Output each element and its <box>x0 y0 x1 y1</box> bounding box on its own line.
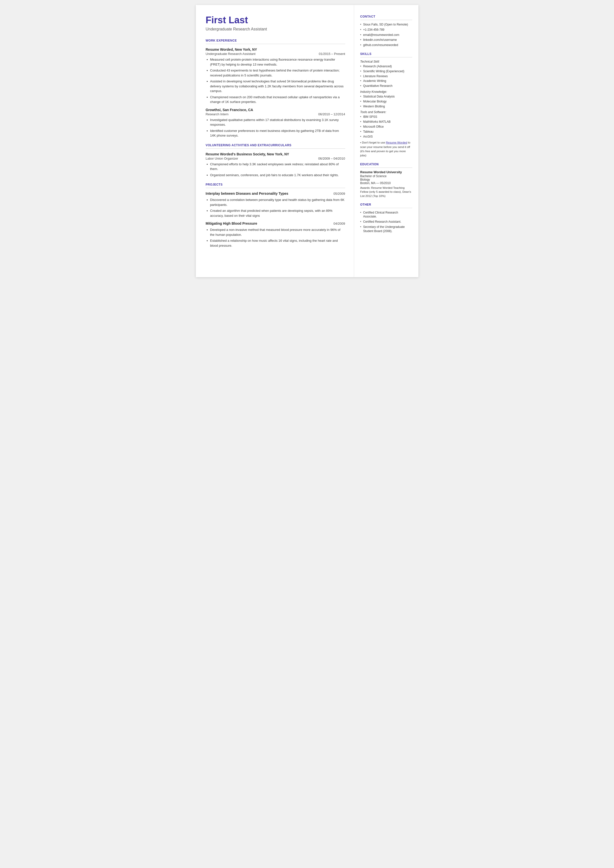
industry-skills-list: Statistical Data Analysis Molecular Biol… <box>360 95 412 109</box>
contact-header: CONTACT <box>360 15 412 18</box>
job-bullets-2: Investigated qualitative patterns within… <box>206 118 345 138</box>
project-block-2: Mitigating High Blood Pressure 04/2009 D… <box>206 222 345 248</box>
job-block-1: Resume Worded, New York, NY Undergraduat… <box>206 48 345 104</box>
rw-note: • Don't forget to use Resume Worded to s… <box>360 141 412 158</box>
volunteer-block-1: Resume Worded's Business Society, New Yo… <box>206 152 345 178</box>
project-block-1: Interplay between Diseases and Personali… <box>206 191 345 218</box>
project-title-1: Interplay between Diseases and Personali… <box>206 191 288 196</box>
job-title-2: Research Intern <box>206 112 229 116</box>
job-company-1: Resume Worded, New York, NY <box>206 48 345 51</box>
edu-university: Resume Worded University <box>360 170 412 174</box>
job-dates-2: 06/2010 – 12/2014 <box>318 112 345 116</box>
bullet-item: Conducted 43 experiments to test hypothe… <box>206 68 345 78</box>
edu-degree: Bachelor of Science <box>360 174 412 178</box>
skill-item: Microsoft Office <box>360 125 412 129</box>
job-row-1: Undergraduate Research Assistant 01/2015… <box>206 52 345 56</box>
bullet-item: Measured cell protein-protein interactio… <box>206 57 345 67</box>
project-row-2: Mitigating High Blood Pressure 04/2009 <box>206 222 345 226</box>
skill-item: Quantitative Research <box>360 84 412 88</box>
job-title-1: Undergraduate Research Assistant <box>206 52 256 56</box>
skill-item: MathWorks MATLAB <box>360 120 412 124</box>
skill-item: ArcGIS <box>360 135 412 139</box>
left-column: First Last Undergraduate Research Assist… <box>196 5 354 277</box>
job-company-2: Growthsi, San Francisco, CA <box>206 108 345 112</box>
skills-header: SKILLS <box>360 52 412 56</box>
contact-section: CONTACT Sioux Falls, SD (Open to Remote)… <box>360 15 412 47</box>
edu-location: Boston, MA — 05/2010 <box>360 182 412 185</box>
rw-link[interactable]: Resume Worded <box>386 141 407 144</box>
contact-item: +1-234-456-789 <box>360 28 412 32</box>
skills-section: SKILLS Technical Skill: Research (Advanc… <box>360 52 412 158</box>
bullet-item: Created an algorithm that predicted when… <box>206 208 345 218</box>
job-block-2: Growthsi, San Francisco, CA Research Int… <box>206 108 345 138</box>
industry-knowledge-label: Industry Knowledge: <box>360 90 412 93</box>
contact-item: github.com/resumeworded <box>360 43 412 47</box>
bullet-item: Established a relationship on how music … <box>206 238 345 248</box>
bullet-item: Developed a non-invasive method that mea… <box>206 227 345 237</box>
other-section: OTHER Certified Clinical Research Associ… <box>360 203 412 233</box>
job-bullets-1: Measured cell protein-protein interactio… <box>206 57 345 104</box>
resume-container: First Last Undergraduate Research Assist… <box>196 5 419 277</box>
skill-item: IBM SPSS <box>360 115 412 119</box>
edu-field: Biology <box>360 178 412 182</box>
project-bullets-1: Discovered a correlation between persona… <box>206 197 345 218</box>
project-title-2: Mitigating High Blood Pressure <box>206 222 257 225</box>
technical-skills-list: Research (Advanced) Scientific Writing (… <box>360 64 412 88</box>
bullet-item: Investigated qualitative patterns within… <box>206 118 345 127</box>
contact-item: email@resumeworded.com <box>360 33 412 37</box>
projects-header: PROJECTS <box>206 183 345 186</box>
skill-item: Research (Advanced) <box>360 64 412 68</box>
other-item: Secretary of the Undergraduate Student B… <box>360 225 412 233</box>
other-item: Certified Clinical Research Associate. <box>360 211 412 219</box>
contact-item: Sioux Falls, SD (Open to Remote) <box>360 23 412 27</box>
skill-item: Molecular Biology <box>360 99 412 104</box>
bullet-item: Championed research on 200 methods that … <box>206 95 345 104</box>
technical-skill-label: Technical Skill: <box>360 60 412 63</box>
skill-item: Academic Writing <box>360 79 412 83</box>
skill-item: Literature Reviews <box>360 74 412 78</box>
volunteer-bullets-1: Championed efforts to help 3.3K sacked e… <box>206 162 345 178</box>
education-header: EDUCATION <box>360 163 412 166</box>
education-divider <box>360 168 412 168</box>
skills-divider <box>360 57 412 57</box>
volunteer-dates-1: 06/2009 – 04/2010 <box>318 157 345 160</box>
candidate-name: First Last <box>206 15 345 25</box>
other-list: Certified Clinical Research Associate. C… <box>360 211 412 233</box>
education-section: EDUCATION Resume Worded University Bache… <box>360 163 412 198</box>
skill-item: Scientific Writing (Experienced) <box>360 69 412 73</box>
bullet-item: Championed efforts to help 3.3K sacked e… <box>206 162 345 171</box>
project-bullets-2: Developed a non-invasive method that mea… <box>206 227 345 248</box>
skill-item: Western Blotting <box>360 104 412 109</box>
bullet-item: Assisted in developing novel technologie… <box>206 79 345 93</box>
project-row-1: Interplay between Diseases and Personali… <box>206 191 345 196</box>
volunteering-header: VOLUNTEERING ACTIVITIES AND EXTRACURRICU… <box>206 143 345 147</box>
work-experience-header: WORK EXPERIENCE <box>206 39 345 42</box>
tools-label: Tools and Software: <box>360 110 412 114</box>
right-column: CONTACT Sioux Falls, SD (Open to Remote)… <box>354 5 419 277</box>
candidate-title: Undergraduate Research Assistant <box>206 27 345 31</box>
volunteer-company-1: Resume Worded's Business Society, New Yo… <box>206 152 345 156</box>
other-header: OTHER <box>360 203 412 207</box>
volunteer-title-1: Labor Union Organizer <box>206 157 239 160</box>
edu-awards: Awards: Resume Worded Teaching Fellow (o… <box>360 186 412 198</box>
project-date-2: 04/2009 <box>333 222 345 225</box>
skill-item: Tableau <box>360 130 412 134</box>
other-item: Certified Research Assistant. <box>360 220 412 224</box>
volunteer-row-1: Labor Union Organizer 06/2009 – 04/2010 <box>206 157 345 160</box>
tools-skills-list: IBM SPSS MathWorks MATLAB Microsoft Offi… <box>360 115 412 138</box>
contact-list: Sioux Falls, SD (Open to Remote) +1-234-… <box>360 23 412 47</box>
job-dates-1: 01/2015 – Present <box>319 52 345 56</box>
skill-item: Statistical Data Analysis <box>360 95 412 99</box>
bullet-item: Organized seminars, conferences, and job… <box>206 173 345 178</box>
contact-item: linkedin.com/in/username <box>360 38 412 42</box>
bullet-item: Discovered a correlation between persona… <box>206 197 345 207</box>
job-row-2: Research Intern 06/2010 – 12/2014 <box>206 112 345 116</box>
bullet-item: Identified customer preferences to meet … <box>206 129 345 138</box>
contact-divider <box>360 20 412 20</box>
project-date-1: 05/2009 <box>333 192 345 196</box>
